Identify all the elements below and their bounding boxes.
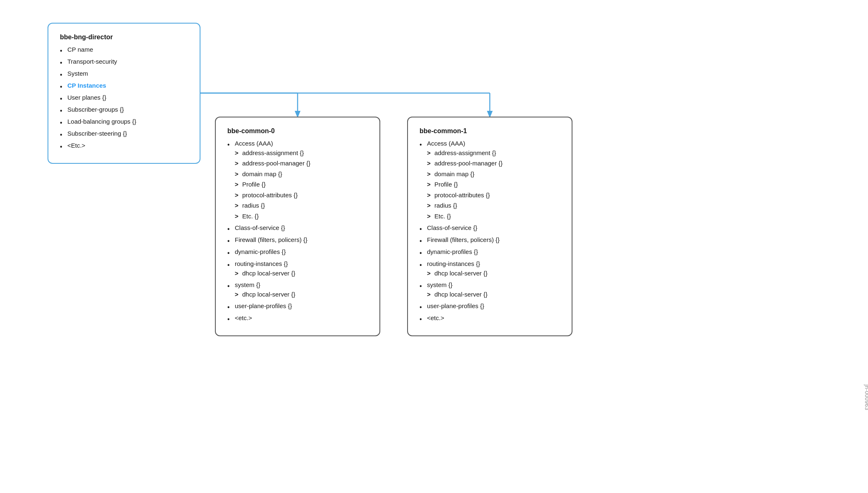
bullet-icon (60, 46, 67, 56)
bullet-icon (60, 58, 67, 68)
common-0-box: bbe-common-0 Access (AAA) >address-assig… (215, 117, 380, 336)
bullet-icon (60, 106, 67, 116)
bullet-icon (227, 236, 235, 246)
arrow-prefix: > (235, 212, 242, 221)
sub-item-text: protocol-attributes {} (242, 191, 298, 200)
item-text: user-plane-profiles {} (235, 302, 368, 311)
bullet-icon (60, 142, 67, 152)
arrow-prefix: > (235, 180, 242, 189)
list-item: user-plane-profiles {} (420, 302, 560, 312)
sub-list-item: >domain map {} (427, 170, 560, 179)
sub-list-item: >protocol-attributes {} (427, 191, 560, 200)
watermark: jn-000963 (864, 385, 868, 410)
item-text: User planes {} (67, 93, 188, 103)
sub-list-item: >Etc. {} (235, 212, 368, 221)
list-item: routing-instances {} >dhcp local-server … (227, 259, 368, 279)
list-item: Firewall (filters, policers) {} (420, 235, 560, 246)
bullet-icon (60, 130, 67, 140)
list-item: <Etc.> (60, 141, 188, 152)
item-text: Firewall (filters, policers) {} (235, 235, 368, 245)
list-item: Class-of-service {} (420, 223, 560, 234)
sub-item-text: address-assignment {} (434, 148, 496, 158)
sub-list-item: >radius {} (235, 201, 368, 211)
list-item: routing-instances {} >dhcp local-server … (420, 259, 560, 279)
arrow-prefix: > (235, 148, 242, 158)
item-text: <etc.> (235, 314, 368, 323)
item-text: System (67, 69, 188, 79)
arrow-prefix: > (235, 159, 242, 168)
bullet-icon (227, 248, 235, 258)
item-text-highlight: CP Instances (67, 81, 188, 91)
sub-item-text: address-pool-manager {} (434, 159, 503, 168)
item-text: Access (AAA) >address-assignment {} >add… (427, 139, 560, 222)
item-text: routing-instances {} >dhcp local-server … (235, 259, 368, 279)
arrow-prefix: > (427, 212, 434, 221)
director-title: bbe-bng-director (60, 34, 188, 41)
common-1-title: bbe-common-1 (420, 127, 560, 135)
sub-item-text: radius {} (242, 201, 265, 211)
bullet-icon (420, 314, 427, 324)
bullet-icon (420, 140, 427, 150)
sub-list-item: >address-assignment {} (427, 148, 560, 158)
sub-list-item: >dhcp local-server {} (427, 269, 560, 278)
sub-item-text: domain map {} (242, 170, 282, 179)
arrow-prefix: > (235, 201, 242, 211)
sub-item-text: address-pool-manager {} (242, 159, 310, 168)
common-0-list: Access (AAA) >address-assignment {} >add… (227, 139, 368, 324)
list-item: Load-balancing groups {} (60, 117, 188, 128)
item-text: dynamic-profiles {} (427, 247, 560, 257)
arrow-prefix: > (427, 170, 434, 179)
list-item: Class-of-service {} (227, 223, 368, 234)
bullet-icon (227, 281, 235, 291)
sub-list: >dhcp local-server {} (235, 269, 368, 278)
list-item: CP name (60, 45, 188, 56)
item-text: Subscriber-steering {} (67, 129, 188, 139)
sub-item-text: Etc. {} (242, 212, 259, 221)
item-text: routing-instances {} >dhcp local-server … (427, 259, 560, 279)
list-item: Transport-security (60, 57, 188, 68)
bullet-icon (420, 248, 427, 258)
sub-list: >dhcp local-server {} (235, 290, 368, 299)
item-text: system {} >dhcp local-server {} (427, 280, 560, 300)
sub-item-text: dhcp local-server {} (242, 290, 295, 299)
item-text: dynamic-profiles {} (235, 247, 368, 257)
list-item: <etc.> (227, 314, 368, 324)
item-text: Subscriber-groups {} (67, 105, 188, 115)
arrow-prefix: > (427, 191, 434, 200)
bullet-icon (227, 260, 235, 270)
sub-list-item: >protocol-attributes {} (235, 191, 368, 200)
item-text: <etc.> (427, 314, 560, 323)
sub-list-item: >dhcp local-server {} (235, 290, 368, 299)
sub-item-text: dhcp local-server {} (242, 269, 295, 278)
sub-list-item: >Etc. {} (427, 212, 560, 221)
director-box: bbe-bng-director CP name Transport-secur… (48, 23, 200, 164)
sub-item-text: Profile {} (242, 180, 266, 189)
sub-item-text: domain map {} (434, 170, 475, 179)
list-item: Subscriber-steering {} (60, 129, 188, 140)
item-text: Class-of-service {} (235, 223, 368, 233)
list-item: user-plane-profiles {} (227, 302, 368, 312)
sub-list: >address-assignment {} >address-pool-man… (427, 148, 560, 221)
item-text: Load-balancing groups {} (67, 117, 188, 127)
bullet-icon (60, 70, 67, 80)
list-item: Subscriber-groups {} (60, 105, 188, 116)
bullet-icon (227, 224, 235, 234)
item-text: Access (AAA) >address-assignment {} >add… (235, 139, 368, 222)
sub-list: >address-assignment {} >address-pool-man… (235, 148, 368, 221)
bullet-icon (420, 260, 427, 270)
list-item: Access (AAA) >address-assignment {} >add… (227, 139, 368, 222)
arrow-prefix: > (235, 290, 242, 299)
sub-item-text: Profile {} (434, 180, 458, 189)
bullet-icon (227, 302, 235, 312)
bullet-icon (420, 236, 427, 246)
arrow-prefix: > (427, 201, 434, 211)
arrow-prefix: > (235, 191, 242, 200)
item-text: <Etc.> (67, 141, 188, 151)
sub-item-text: protocol-attributes {} (434, 191, 490, 200)
sub-list: >dhcp local-server {} (427, 269, 560, 278)
sub-list-item: >address-pool-manager {} (427, 159, 560, 168)
list-item: System (60, 69, 188, 80)
sub-list-item: >Profile {} (235, 180, 368, 189)
sub-item-text: Etc. {} (434, 212, 451, 221)
sub-item-text: radius {} (434, 201, 457, 211)
